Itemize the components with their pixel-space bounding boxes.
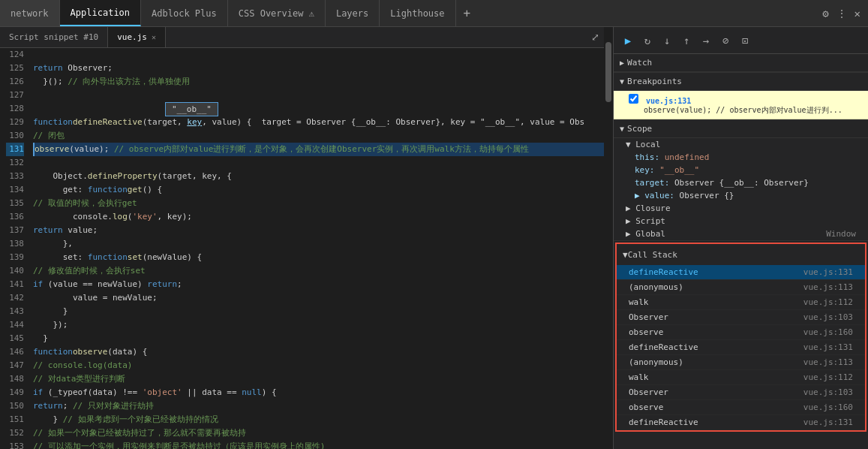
code-line-144: }); xyxy=(33,318,604,332)
watch-section: ▶ Watch xyxy=(614,54,868,73)
tab-application[interactable]: Application xyxy=(60,0,141,26)
scope-local-group[interactable]: ▼ Local xyxy=(614,138,868,151)
code-line-153: // 可以添加一个实例，用实例来判断是否被劫持过（应该是用实例身上的属性) xyxy=(33,440,604,449)
code-line-134: get: function get() { xyxy=(33,183,604,197)
code-scrollbar[interactable] xyxy=(604,27,613,449)
code-line-125: return Observer; xyxy=(33,62,604,75)
scope-closure[interactable]: ▶ Closure xyxy=(614,202,868,215)
code-line-131: observe(value); // observe内部对value进行判断，是… xyxy=(33,143,604,156)
callstack-item-3[interactable]: Observer vue.js:103 xyxy=(617,310,865,325)
scope-global[interactable]: ▶ Global Window xyxy=(614,228,868,240)
inner-tab-bar: Script snippet #10 vue.js ✕ ⤢ xyxy=(0,27,604,48)
code-line-137: return value; xyxy=(33,224,604,237)
code-line-128 xyxy=(33,102,604,116)
main-area: Script snippet #10 vue.js ✕ ⤢ "__ob__" 1… xyxy=(0,27,868,449)
code-line-135: // 取值的时候，会执行get xyxy=(33,197,604,210)
expand-editor-icon[interactable]: ⤢ xyxy=(591,32,599,43)
code-panel: Script snippet #10 vue.js ✕ ⤢ "__ob__" 1… xyxy=(0,27,604,449)
callstack-item-9[interactable]: observe vue.js:160 xyxy=(617,400,865,415)
callstack-header[interactable]: ▼ Call Stack xyxy=(617,244,865,265)
scope-section: ▼ Scope ▼ Local this: undefined key: "__… xyxy=(614,120,868,241)
right-content[interactable]: ▶ Watch ▼ Breakpoints vue.js:131 observe… xyxy=(614,54,868,449)
callstack-item-0[interactable]: defineReactive vue.js:131 xyxy=(617,265,865,280)
callstack-item-2[interactable]: walk vue.js:112 xyxy=(617,295,865,310)
variable-tooltip: "__ob__" xyxy=(165,102,218,116)
scrollbar-thumb[interactable] xyxy=(605,42,611,102)
tab-css-overview[interactable]: CSS Overview ⚠ xyxy=(228,0,326,26)
code-line-139: set: function set(newValue) { xyxy=(33,251,604,264)
code-line-126: }(); // 向外导出该方法，供单独使用 xyxy=(33,75,604,89)
scope-script[interactable]: ▶ Script xyxy=(614,215,868,228)
watch-header[interactable]: ▶ Watch xyxy=(614,54,868,72)
callstack-item-4[interactable]: observe vue.js:160 xyxy=(617,325,865,340)
editor-actions: ⤢ xyxy=(587,32,604,43)
step-out-button[interactable]: ↑ xyxy=(678,32,695,49)
close-vue-tab-icon[interactable]: ✕ xyxy=(152,33,156,41)
deactivate-button[interactable]: ⊘ xyxy=(717,32,734,49)
code-line-124 xyxy=(33,48,604,62)
debugger-toolbar: ▶ ↻ ↓ ↑ → ⊘ ⊡ xyxy=(614,27,868,54)
code-line-148: // 对data类型进行判断 xyxy=(33,372,604,386)
step-into-button[interactable]: ↓ xyxy=(659,32,675,49)
step-button[interactable]: → xyxy=(698,32,714,49)
code-line-145: } xyxy=(33,332,604,345)
scope-header[interactable]: ▼ Scope xyxy=(614,120,868,138)
code-line-140: // 修改值的时候，会执行set xyxy=(33,264,604,278)
code-line-152: // 如果一个对象已经被劫持过了，那么就不需要再被劫持 xyxy=(33,426,604,440)
code-line-138: }, xyxy=(33,237,604,251)
code-line-133: Object.defineProperty(target, key, { xyxy=(33,170,604,183)
code-line-150: return; // 只对对象进行劫持 xyxy=(33,399,604,413)
main-tab-bar: network Application Adblock Plus CSS Ove… xyxy=(0,0,868,27)
code-line-146: function observe(data) { xyxy=(33,345,604,359)
scope-this: this: undefined xyxy=(614,151,868,164)
breakpoints-section: ▼ Breakpoints vue.js:131 observe(value);… xyxy=(614,73,868,120)
breakpoints-toggle[interactable]: ⊡ xyxy=(737,32,753,49)
resume-button[interactable]: ▶ xyxy=(620,32,636,49)
code-line-132 xyxy=(33,156,604,170)
breakpoint-item[interactable]: vue.js:131 observe(value); // observe内部对… xyxy=(614,91,868,119)
breakpoint-checkbox[interactable] xyxy=(629,94,638,104)
code-editor[interactable]: "__ob__" 124 125 126 127 128 129 130 131… xyxy=(0,48,604,449)
code-content[interactable]: return Observer; }(); // 向外导出该方法，供单独使用 f… xyxy=(30,48,604,449)
tab-network[interactable]: network xyxy=(0,0,60,26)
scope-local-arrow: ▼ xyxy=(626,140,635,149)
scope-arrow-icon: ▼ xyxy=(620,125,624,133)
scope-target: target: Observer {__ob__: Observer} xyxy=(614,176,868,189)
callstack-item-5[interactable]: defineReactive vue.js:131 xyxy=(617,340,865,355)
close-devtools-icon[interactable]: ✕ xyxy=(854,8,860,20)
watch-arrow-icon: ▶ xyxy=(620,59,624,67)
callstack-item-7[interactable]: walk vue.js:112 xyxy=(617,370,865,385)
code-line-142: value = newValue; xyxy=(33,291,604,305)
code-line-143: } xyxy=(33,305,604,318)
tab-lighthouse[interactable]: Lighthouse xyxy=(380,0,455,26)
code-line-130: // 闭包 xyxy=(33,129,604,143)
callstack-section: ▼ Call Stack defineReactive vue.js:131 (… xyxy=(615,243,866,432)
code-line-149: if (_typeof(data) !== 'object' || data =… xyxy=(33,386,604,399)
scope-value[interactable]: ▶ value: Observer {} xyxy=(614,189,868,202)
code-line-129: function defineReactive(target, key, val… xyxy=(33,116,604,129)
scope-key: key: "__ob__" xyxy=(614,164,868,176)
settings-icon[interactable]: ⚙ xyxy=(822,8,828,20)
callstack-item-10[interactable]: defineReactive vue.js:131 xyxy=(617,415,865,430)
code-line-151: } // 如果考虑到一个对象已经被劫持的情况 xyxy=(33,413,604,426)
tab-layers[interactable]: Layers xyxy=(326,0,380,26)
tab-script-snippet[interactable]: Script snippet #10 xyxy=(0,27,108,47)
code-line-147: // console.log(data) xyxy=(33,359,604,372)
callstack-item-8[interactable]: Observer vue.js:103 xyxy=(617,385,865,400)
more-tools-icon[interactable]: ⋮ xyxy=(836,8,847,20)
code-line-127 xyxy=(33,89,604,102)
tab-settings-area: ⚙ ⋮ ✕ xyxy=(815,8,868,20)
add-tab-button[interactable]: + xyxy=(456,6,479,20)
breakpoints-arrow-icon: ▼ xyxy=(620,77,624,86)
step-over-button[interactable]: ↻ xyxy=(639,32,656,49)
right-panel: ▶ ↻ ↓ ↑ → ⊘ ⊡ ▶ Watch ▼ Breakpoints xyxy=(613,27,868,449)
breakpoints-header[interactable]: ▼ Breakpoints xyxy=(614,73,868,91)
code-line-141: if (value == newValue) return; xyxy=(33,278,604,291)
callstack-arrow-icon: ▼ xyxy=(623,250,628,260)
tab-vue-js[interactable]: vue.js ✕ xyxy=(108,27,166,47)
callstack-item-1[interactable]: (anonymous) vue.js:113 xyxy=(617,280,865,295)
tab-adblock[interactable]: Adblock Plus xyxy=(141,0,228,26)
callstack-item-6[interactable]: (anonymous) vue.js:113 xyxy=(617,355,865,370)
line-numbers: 124 125 126 127 128 129 130 131 132 133 … xyxy=(0,48,30,449)
code-line-136: console.log('key', key); xyxy=(33,210,604,224)
